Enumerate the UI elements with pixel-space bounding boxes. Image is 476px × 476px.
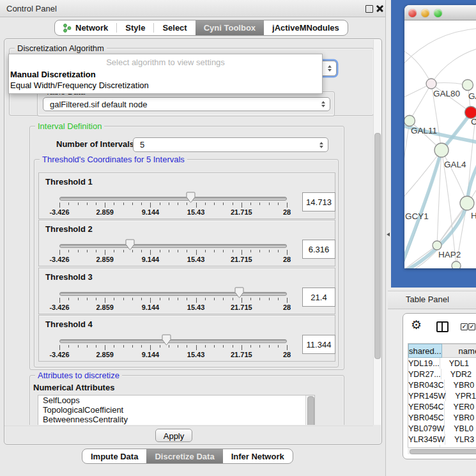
column-header-name[interactable]: name (442, 344, 476, 358)
attributes-to-discretize-title: Attributes to discretize (35, 371, 122, 380)
list-item[interactable]: BetweennessCentrality (38, 415, 314, 424)
table-row[interactable]: YER054CYER0 (408, 401, 476, 412)
network-node[interactable] (463, 80, 473, 91)
columns-icon[interactable] (436, 321, 449, 332)
threshold-value-field[interactable]: 14.713 (302, 192, 335, 211)
window-title: Control Panel (6, 4, 57, 13)
threshold-slider-thumb[interactable] (125, 239, 135, 250)
network-canvas[interactable]: GAL80GACGAL11GAL4GCY1HHAP2 (404, 20, 476, 268)
cell-shared-name[interactable]: YER054C (408, 401, 445, 412)
threshold-slider-thumb[interactable] (186, 192, 196, 203)
panel-scrollbar-thumb[interactable] (374, 133, 381, 359)
algorithm-option-manual[interactable]: Manual Discretization (9, 69, 322, 80)
network-node[interactable] (460, 196, 474, 210)
cell-shared-name[interactable]: YPR145W (408, 390, 446, 401)
network-graph[interactable]: GAL80GACGAL11GAL4GCY1HHAP2 (404, 20, 476, 268)
table-horizontal-scrollbar-thumb[interactable] (410, 449, 476, 455)
tick-mark (68, 203, 69, 205)
list-item[interactable]: SelfLoops (38, 395, 314, 405)
network-node[interactable] (433, 241, 441, 250)
cell-name[interactable]: YBL0 (445, 423, 476, 434)
threshold-slider-track[interactable] (59, 339, 287, 343)
tab-cyni-toolbox[interactable]: Cyni Toolbox (196, 20, 264, 35)
threshold-value-field[interactable]: 21.4 (302, 288, 335, 307)
threshold-value-field[interactable]: 11.344 (302, 335, 335, 354)
table-row[interactable]: YBR043CYBR0 (408, 380, 476, 390)
control-panel-titlebar: Control Panel (0, 0, 385, 17)
network-edge[interactable] (404, 150, 441, 203)
threshold-label: Threshold 2 (45, 224, 93, 234)
column-header-shared[interactable]: shared... (408, 344, 442, 358)
cell-name[interactable]: YBR0 (445, 380, 476, 390)
cell-shared-name[interactable]: YBR043C (408, 380, 445, 390)
network-node[interactable] (434, 143, 449, 157)
threshold-slider-thumb[interactable] (162, 334, 171, 346)
table-row[interactable]: YLR345WYLR3 (408, 434, 476, 445)
panel-scrollbar[interactable] (373, 40, 381, 425)
apply-button[interactable]: Apply (155, 429, 192, 442)
list-scrollbar[interactable] (305, 395, 314, 425)
threshold-slider-track[interactable] (59, 197, 287, 201)
network-edge[interactable] (404, 121, 410, 198)
network-node[interactable] (404, 116, 415, 127)
cell-shared-name[interactable]: YBL079W (408, 423, 445, 434)
checkbox-icon[interactable]: ✓ (468, 323, 475, 330)
combo-arrows-icon (319, 142, 323, 148)
tab-jactivemnodules[interactable]: jActiveMNodules (264, 20, 348, 35)
table-data-select[interactable]: galFiltered.sif default node (43, 97, 330, 111)
network-edge[interactable] (431, 47, 476, 84)
close-traffic-light-icon[interactable] (408, 9, 417, 17)
tab-select[interactable]: Select (154, 20, 195, 35)
tick-mark (105, 203, 105, 208)
threshold-slider-thumb[interactable] (234, 287, 244, 298)
cell-shared-name[interactable]: YBR045C (408, 412, 445, 423)
table-row[interactable]: YBR045CYBR0 (408, 412, 476, 423)
zoom-traffic-light-icon[interactable] (434, 9, 442, 17)
list-item[interactable]: TopologicalCoefficient (38, 405, 314, 415)
algorithm-option-equal-width[interactable]: Equal Width/Frequency Discretization (9, 80, 322, 91)
threshold-slider-track[interactable] (59, 292, 287, 296)
cell-shared-name[interactable]: YDR27... (408, 369, 441, 380)
gear-icon[interactable]: ⚙ (411, 319, 422, 332)
threshold-slider-track[interactable] (59, 244, 287, 248)
tab-impute-data[interactable]: Impute Data (82, 449, 146, 463)
network-node[interactable] (426, 79, 436, 89)
tab-infer-network[interactable]: Infer Network (223, 449, 293, 463)
cell-name[interactable]: YDR2 (441, 369, 476, 380)
threshold-value-field[interactable]: 6.316 (302, 240, 335, 259)
checkbox-icon[interactable]: ✓ (461, 323, 468, 330)
tick-mark (250, 345, 251, 348)
tick-mark (214, 298, 215, 300)
number-of-intervals-select[interactable]: 5 (133, 137, 328, 152)
cell-name[interactable]: YDL1 (440, 358, 476, 369)
network-node[interactable] (452, 261, 461, 268)
cell-name[interactable]: YER0 (445, 401, 476, 412)
table-row[interactable]: YDL19...YDL1 (408, 358, 476, 369)
close-icon[interactable] (376, 4, 384, 13)
cell-shared-name[interactable]: YLR345W (408, 434, 445, 445)
tick-label: 15.43 (187, 303, 205, 311)
table-panel-header[interactable]: Table Panel (388, 291, 476, 309)
tick-label: -3.426 (49, 256, 69, 263)
cell-name[interactable]: YLR3 (445, 434, 476, 445)
cell-name[interactable]: YBR0 (445, 412, 476, 423)
table-row[interactable]: YDR27...YDR2 (408, 369, 476, 380)
cell-shared-name[interactable]: YDL19... (408, 358, 440, 369)
list-scrollbar-thumb[interactable] (307, 396, 314, 425)
tab-discretize-data[interactable]: Discretize Data (146, 449, 222, 463)
table-row[interactable]: YPR145WYPR1 (408, 390, 476, 401)
table-horizontal-scrollbar[interactable] (408, 447, 476, 454)
cell-name[interactable]: YPR1 (446, 390, 476, 401)
slider-tick-labels: -3.4262.8599.14415.4321.71528 (59, 256, 287, 263)
tab-style[interactable]: Style (117, 20, 153, 35)
tab-network[interactable]: Network (55, 20, 116, 35)
network-edge[interactable] (404, 28, 476, 72)
network-window-titlebar[interactable] (404, 5, 476, 20)
network-edge[interactable] (404, 49, 431, 84)
minimize-traffic-light-icon[interactable] (421, 9, 429, 17)
tab-discretize-data-label: Discretize Data (155, 452, 214, 461)
algorithm-hint-item[interactable]: Select algorithm to view settings (9, 56, 322, 69)
tick-mark (132, 345, 133, 348)
float-window-icon[interactable] (365, 5, 373, 13)
table-row[interactable]: YBL079WYBL0 (408, 423, 476, 434)
